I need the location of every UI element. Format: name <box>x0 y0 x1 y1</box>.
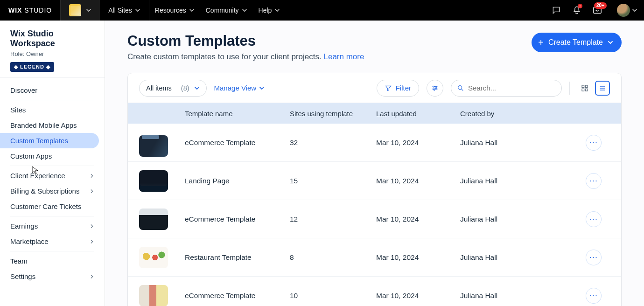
filter-button[interactable]: Filter <box>377 80 419 97</box>
workspace-title: Wix Studio Workspace <box>10 29 94 49</box>
sidebar-item-label: Sites <box>10 106 26 114</box>
sidebar-item-custom-templates[interactable]: Custom Templates <box>0 133 99 148</box>
sidebar-item-billing-subscriptions[interactable]: Billing & Subscriptions <box>0 183 105 199</box>
list-icon <box>599 84 606 92</box>
sidebar-item-discover[interactable]: Discover <box>0 83 105 98</box>
table-row[interactable]: Landing Page15Mar 10, 2024Juliana Hall··… <box>128 162 621 200</box>
sidebar-item-label: Discover <box>10 86 37 94</box>
grid-icon <box>581 84 588 92</box>
chevron-right-icon <box>90 174 94 178</box>
cell-updated: Mar 10, 2024 <box>371 215 455 223</box>
bell-icon[interactable]: ! <box>567 0 587 21</box>
col-name[interactable]: Template name <box>179 110 284 118</box>
avatar <box>617 4 630 17</box>
cell-updated: Mar 10, 2024 <box>371 253 455 262</box>
svg-rect-8 <box>585 89 588 91</box>
sidebar-item-branded-mobile-apps[interactable]: Branded Mobile Apps <box>0 118 105 133</box>
search-input[interactable] <box>468 84 557 92</box>
sidebar-item-label: Branded Mobile Apps <box>10 121 77 129</box>
sidebar-item-custom-apps[interactable]: Custom Apps <box>0 148 105 164</box>
page-title: Custom Templates <box>127 33 364 49</box>
cell-by: Juliana Hall <box>455 215 576 223</box>
row-actions-button[interactable]: ··· <box>586 250 602 265</box>
sidebar-item-label: Customer Care Tickets <box>10 202 82 210</box>
legend-badge: ◆ LEGEND ◆ <box>10 62 54 72</box>
top-nav: All Sites Resources Community Help <box>100 0 286 21</box>
nav-help[interactable]: Help <box>253 0 286 21</box>
ellipsis-icon: ··· <box>589 176 598 186</box>
row-actions-button[interactable]: ··· <box>586 173 602 189</box>
chevron-right-icon <box>90 189 94 194</box>
sidebar-nav: DiscoverSitesBranded Mobile AppsCustom T… <box>0 78 105 289</box>
cell-sites: 8 <box>284 253 371 262</box>
cell-name: Restaurant Template <box>179 253 284 262</box>
row-actions-button[interactable]: ··· <box>586 211 602 227</box>
manage-view-link[interactable]: Manage View <box>214 84 265 92</box>
table-row[interactable]: eCommerce Template10Mar 10, 2024Juliana … <box>128 277 621 306</box>
cell-sites: 12 <box>284 215 371 223</box>
items-select[interactable]: All items (8) <box>139 80 207 97</box>
template-thumbnail <box>139 209 168 230</box>
col-updated[interactable]: Last updated <box>371 110 455 118</box>
table-row[interactable]: Restaurant Template8Mar 10, 2024Juliana … <box>128 238 621 277</box>
search-box[interactable] <box>451 80 562 97</box>
site-switcher[interactable] <box>60 0 100 21</box>
alert-badge: ! <box>578 4 582 8</box>
inbox-icon[interactable]: 20+ <box>587 0 608 21</box>
count-badge: 20+ <box>594 2 607 9</box>
cell-by: Juliana Hall <box>455 292 576 300</box>
cell-name: Landing Page <box>179 177 284 185</box>
sidebar-item-label: Custom Apps <box>10 152 52 160</box>
cell-name: eCommerce Template <box>179 139 284 147</box>
sidebar: Wix Studio Workspace Role: Owner ◆ LEGEN… <box>0 21 105 306</box>
learn-more-link[interactable]: Learn more <box>323 52 364 61</box>
col-sites[interactable]: Sites using template <box>284 110 371 118</box>
col-by[interactable]: Created by <box>455 110 576 118</box>
nav-label: Resources <box>155 7 186 14</box>
sidebar-item-client-experience[interactable]: Client Experience <box>0 168 105 183</box>
sidebar-item-marketplace[interactable]: Marketplace <box>0 234 105 249</box>
create-template-button[interactable]: + Create Template <box>532 33 622 52</box>
chevron-right-icon <box>90 239 94 244</box>
table-row[interactable]: eCommerce Template12Mar 10, 2024Juliana … <box>128 200 621 238</box>
templates-panel: All items (8) Manage View Filter <box>127 73 622 306</box>
svg-rect-6 <box>585 85 588 88</box>
search-icon <box>457 84 464 92</box>
settings-filter-button[interactable] <box>427 80 443 97</box>
sidebar-item-customer-care-tickets[interactable]: Customer Care Tickets <box>0 199 105 214</box>
chevron-right-icon <box>90 224 94 229</box>
sidebar-item-label: Custom Templates <box>10 137 68 145</box>
cell-sites: 32 <box>284 139 371 147</box>
cell-by: Juliana Hall <box>455 139 576 147</box>
sidebar-item-team[interactable]: Team <box>0 253 105 269</box>
sidebar-item-settings[interactable]: Settings <box>0 269 105 284</box>
row-actions-button[interactable]: ··· <box>586 135 602 151</box>
list-view-button[interactable] <box>595 81 610 96</box>
page-subtitle: Create custom templates to use for your … <box>127 52 364 62</box>
cell-by: Juliana Hall <box>455 253 576 262</box>
sidebar-item-sites[interactable]: Sites <box>0 102 105 118</box>
logo[interactable]: WIX STUDIO <box>0 7 60 14</box>
nav-resources[interactable]: Resources <box>149 0 200 21</box>
chevron-down-icon <box>135 7 140 13</box>
chevron-down-icon <box>194 85 200 91</box>
nav-all-sites[interactable]: All Sites <box>100 0 149 21</box>
grid-view-button[interactable] <box>577 81 592 96</box>
nav-community[interactable]: Community <box>200 0 253 21</box>
row-actions-button[interactable]: ··· <box>586 288 602 304</box>
table-row[interactable]: eCommerce Template32Mar 10, 2024Juliana … <box>128 124 621 162</box>
account-menu[interactable] <box>608 4 644 17</box>
template-thumbnail <box>139 135 168 157</box>
svg-rect-5 <box>582 85 584 88</box>
create-label: Create Template <box>548 38 603 47</box>
sidebar-item-label: Marketplace <box>10 237 49 245</box>
sidebar-item-earnings[interactable]: Earnings <box>0 218 105 234</box>
table-header: Template name Sites using template Last … <box>128 103 621 124</box>
svg-rect-7 <box>582 89 584 91</box>
nav-label: All Sites <box>108 7 132 14</box>
chevron-down-icon <box>608 40 613 45</box>
chevron-down-icon <box>259 85 265 91</box>
cell-sites: 10 <box>284 292 371 300</box>
chat-icon[interactable] <box>546 0 567 21</box>
top-bar: WIX STUDIO All Sites Resources Community… <box>0 0 644 21</box>
